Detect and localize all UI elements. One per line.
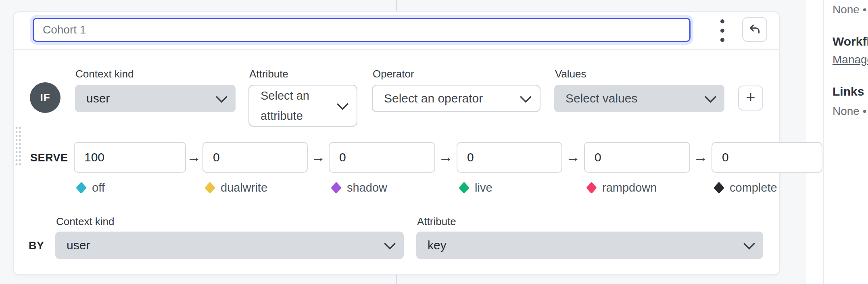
serve-percentage-input-live[interactable] — [457, 142, 562, 173]
drag-handle[interactable] — [15, 126, 21, 167]
arrow-right-icon: → — [437, 148, 455, 165]
chevron-down-icon — [705, 91, 717, 103]
card-connector-top — [396, 0, 397, 11]
variation-legend-live: live — [460, 181, 492, 194]
operator-label: Operator — [373, 68, 414, 80]
variation-diamond-icon — [459, 182, 469, 194]
serve-percentage-input-rampdown[interactable] — [584, 142, 690, 173]
header-divider — [13, 49, 780, 50]
variation-legend-off: off — [77, 181, 105, 194]
attribute-select[interactable]: Select an attribute — [248, 85, 357, 127]
variation-legend-complete: complete — [715, 181, 777, 194]
by-attribute-select[interactable]: key — [416, 232, 763, 259]
chevron-down-icon — [216, 91, 228, 103]
sidebar-top-value: None • — [833, 3, 868, 16]
if-badge: IF — [30, 82, 61, 113]
sidebar-workflows-heading: Workflows — [833, 35, 868, 48]
serve-percentage-input-off[interactable] — [74, 142, 186, 173]
arrow-right-icon: → — [309, 148, 327, 165]
sidebar-links-heading: Links — [833, 85, 868, 98]
variation-diamond-icon — [586, 182, 597, 194]
serve-label: SERVE — [30, 152, 68, 164]
by-context-kind-select[interactable]: user — [55, 232, 404, 259]
kebab-menu-icon — [720, 19, 724, 23]
variation-diamond-icon — [76, 182, 87, 194]
undo-icon — [748, 23, 762, 36]
variation-diamond-icon — [714, 182, 724, 194]
add-clause-button[interactable]: + — [738, 86, 763, 111]
by-attribute-label: Attribute — [417, 215, 456, 228]
variation-legend-shadow: shadow — [332, 181, 387, 194]
operator-select[interactable]: Select an operator — [372, 85, 540, 112]
cohort-name-input[interactable] — [33, 18, 691, 42]
variation-diamond-icon — [204, 182, 215, 194]
chevron-down-icon — [520, 91, 532, 103]
values-select[interactable]: Select values — [554, 85, 724, 112]
cohort-menu-button[interactable] — [716, 19, 728, 42]
values-label: Values — [555, 68, 586, 80]
chevron-down-icon — [743, 238, 755, 250]
sidebar-divider — [823, 0, 824, 284]
card-connector-bottom — [396, 275, 397, 284]
serve-percentage-input-shadow[interactable] — [329, 142, 435, 173]
chevron-down-icon — [337, 98, 349, 110]
arrow-right-icon: → — [692, 148, 709, 165]
sidebar-manage-link[interactable]: Manage — [833, 53, 868, 66]
by-label: BY — [29, 240, 44, 252]
serve-percentage-input-complete[interactable] — [712, 142, 822, 173]
arrow-right-icon: → — [185, 148, 203, 165]
chevron-down-icon — [384, 238, 396, 250]
context-kind-select[interactable]: user — [75, 85, 236, 112]
variation-legend-rampdown: rampdown — [587, 181, 657, 194]
plus-icon: + — [746, 89, 755, 105]
variation-legend-dualwrite: dualwrite — [206, 181, 267, 194]
undo-button[interactable] — [742, 17, 767, 42]
cohort-rule-editor: None • Workflows Manage Links None • IF … — [0, 0, 868, 284]
variation-diamond-icon — [331, 182, 342, 194]
arrow-right-icon: → — [564, 148, 582, 165]
by-context-kind-label: Context kind — [56, 215, 115, 228]
context-kind-label: Context kind — [75, 68, 134, 80]
serve-percentage-input-dualwrite[interactable] — [202, 142, 308, 173]
sidebar-links-value: None • — [833, 105, 868, 118]
attribute-label: Attribute — [249, 68, 288, 80]
